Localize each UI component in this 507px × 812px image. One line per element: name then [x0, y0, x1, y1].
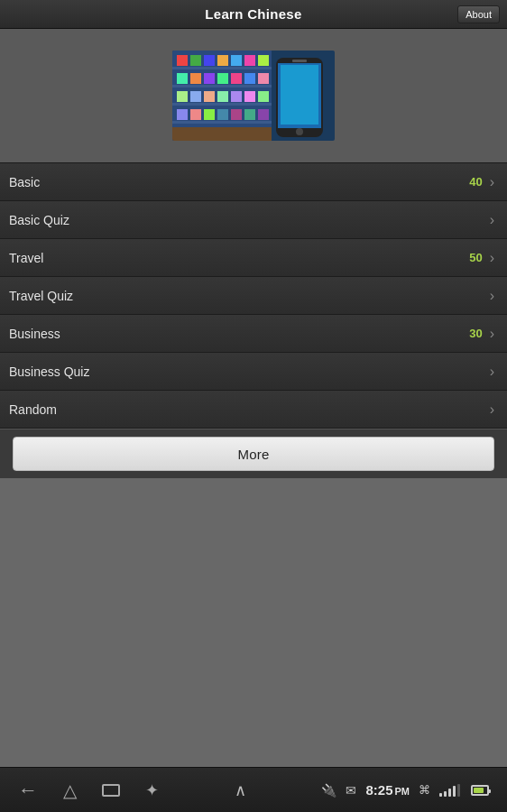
banner-container [0, 29, 507, 162]
menu-item-count-business: 30 [469, 327, 482, 340]
qr-icon[interactable]: ✦ [145, 780, 159, 800]
nav-right: 🔌 ✉ 8:25PM ⌘ [321, 782, 489, 798]
svg-rect-29 [204, 109, 215, 120]
svg-rect-26 [258, 91, 269, 102]
menu-item-label-business-quiz: Business Quiz [9, 364, 89, 379]
menu-item-left-travel: Travel [9, 251, 43, 265]
svg-rect-18 [244, 73, 255, 84]
about-button[interactable]: About [457, 5, 500, 23]
menu-chevron-basic-quiz: › [490, 213, 494, 227]
back-icon[interactable]: ← [18, 779, 38, 802]
content-area [0, 478, 507, 762]
svg-rect-39 [292, 60, 307, 62]
svg-rect-13 [177, 73, 188, 84]
menu-item-right-basic-quiz: › [490, 213, 494, 227]
svg-rect-5 [172, 121, 272, 124]
svg-rect-10 [231, 55, 242, 66]
menu-item-count-travel: 50 [469, 251, 482, 264]
menu-item-left-random: Random [9, 402, 57, 417]
menu-item-right-random: › [490, 402, 494, 417]
menu-item-right-travel: 50› [469, 251, 494, 265]
nav-left: ← △ ✦ [18, 779, 159, 802]
menu-chevron-travel-quiz: › [490, 289, 494, 303]
menu-chevron-business-quiz: › [490, 364, 494, 379]
menu-item-left-basic: Basic [9, 175, 40, 189]
menu-item-travel-quiz[interactable]: Travel Quiz› [0, 277, 507, 315]
wifi-icon: ⌘ [419, 783, 430, 797]
signal-bar-5 [457, 784, 460, 797]
svg-rect-24 [231, 91, 242, 102]
menu-list: Basic40›Basic Quiz›Travel50›Travel Quiz›… [0, 162, 507, 429]
svg-rect-6 [177, 55, 188, 66]
menu-item-left-business-quiz: Business Quiz [9, 364, 89, 379]
menu-item-right-business: 30› [469, 327, 494, 341]
recents-icon[interactable] [102, 784, 120, 797]
svg-rect-21 [190, 91, 201, 102]
menu-item-right-basic: 40› [469, 175, 494, 189]
svg-rect-30 [217, 109, 228, 120]
banner-image [172, 51, 335, 141]
svg-rect-28 [190, 109, 201, 120]
banner-svg [172, 51, 335, 141]
time-display: 8:25PM [365, 782, 410, 798]
menu-item-random[interactable]: Random› [0, 391, 507, 429]
svg-rect-23 [217, 91, 228, 102]
svg-point-38 [296, 128, 303, 135]
menu-chevron-random: › [490, 402, 494, 417]
signal-bar-4 [453, 786, 456, 797]
svg-rect-15 [204, 73, 215, 84]
svg-rect-32 [244, 109, 255, 120]
signal-bar-1 [439, 793, 442, 797]
svg-rect-17 [231, 73, 242, 84]
svg-rect-16 [217, 73, 228, 84]
home-icon[interactable]: △ [63, 780, 77, 801]
menu-item-right-travel-quiz: › [490, 289, 494, 303]
menu-item-business[interactable]: Business30› [0, 315, 507, 353]
usb-icon: 🔌 [321, 783, 336, 798]
nav-center: ∧ [235, 780, 246, 800]
time-period: PM [395, 786, 410, 797]
more-button-container: More [0, 429, 507, 478]
svg-rect-31 [231, 109, 242, 120]
svg-rect-7 [190, 55, 201, 66]
signal-bars [439, 784, 460, 797]
up-icon[interactable]: ∧ [235, 780, 246, 800]
svg-rect-14 [190, 73, 201, 84]
svg-rect-19 [258, 73, 269, 84]
svg-rect-12 [258, 55, 269, 66]
action-bar-title: Learn Chinese [205, 6, 301, 22]
menu-item-travel[interactable]: Travel50› [0, 239, 507, 277]
menu-chevron-travel: › [490, 251, 494, 265]
signal-bar-2 [444, 791, 447, 797]
svg-rect-33 [258, 109, 269, 120]
svg-rect-4 [172, 103, 272, 106]
svg-rect-3 [172, 85, 272, 88]
battery-icon [471, 785, 489, 796]
menu-item-label-random: Random [9, 402, 57, 417]
svg-rect-20 [177, 91, 188, 102]
time-value: 8:25 [365, 782, 392, 798]
svg-rect-27 [177, 109, 188, 120]
menu-item-left-basic-quiz: Basic Quiz [9, 213, 69, 227]
svg-rect-11 [244, 55, 255, 66]
menu-item-label-basic-quiz: Basic Quiz [9, 213, 69, 227]
nav-bar: ← △ ✦ ∧ 🔌 ✉ 8:25PM ⌘ [0, 767, 507, 812]
menu-item-business-quiz[interactable]: Business Quiz› [0, 353, 507, 391]
menu-item-count-basic: 40 [469, 175, 482, 189]
menu-item-basic-quiz[interactable]: Basic Quiz› [0, 201, 507, 239]
menu-chevron-basic: › [490, 175, 494, 189]
menu-item-label-basic: Basic [9, 175, 40, 189]
menu-item-right-business-quiz: › [490, 364, 494, 379]
svg-rect-37 [281, 65, 318, 125]
menu-item-label-travel-quiz: Travel Quiz [9, 289, 73, 303]
more-button[interactable]: More [13, 437, 494, 471]
svg-rect-22 [204, 91, 215, 102]
menu-item-basic[interactable]: Basic40› [0, 163, 507, 201]
svg-rect-2 [172, 67, 272, 69]
menu-chevron-business: › [490, 327, 494, 341]
svg-rect-25 [244, 91, 255, 102]
svg-rect-8 [204, 55, 215, 66]
signal-bar-3 [448, 789, 451, 797]
svg-rect-9 [217, 55, 228, 66]
menu-item-left-business: Business [9, 327, 60, 341]
